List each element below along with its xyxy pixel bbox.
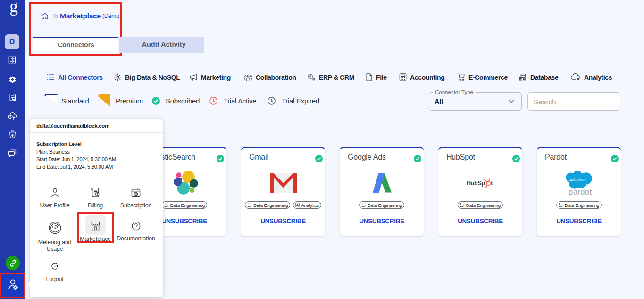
svg-text:salesforce: salesforce <box>569 177 586 182</box>
svg-text:$: $ <box>96 193 98 196</box>
svg-text:t: t <box>491 180 493 187</box>
svg-text:pardot: pardot <box>569 188 592 196</box>
svg-text:HubSp: HubSp <box>467 180 485 187</box>
